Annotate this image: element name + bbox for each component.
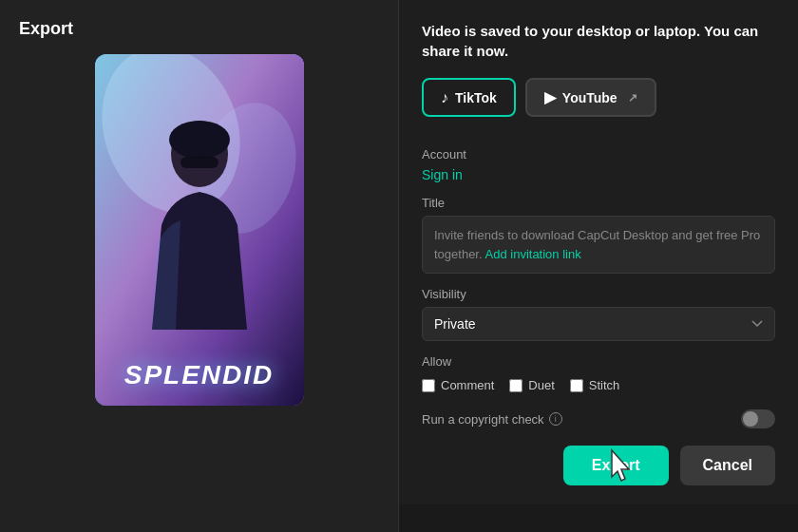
title-box: Invite friends to download CapCut Deskto…	[422, 216, 775, 274]
video-preview-inner: SPLENDID	[95, 54, 304, 406]
save-notice: Video is saved to your desktop or laptop…	[422, 21, 775, 61]
cursor-pointer	[608, 448, 636, 483]
duet-checkbox-item[interactable]: Duet	[509, 378, 554, 392]
action-row: Export Cancel	[422, 446, 775, 485]
copyright-label: Run a copyright check i	[422, 412, 562, 427]
stitch-checkbox-item[interactable]: Stitch	[570, 378, 620, 392]
copyright-toggle[interactable]	[741, 409, 775, 428]
duet-label: Duet	[528, 378, 554, 392]
title-label: Title	[422, 196, 775, 210]
comment-label: Comment	[441, 378, 494, 392]
cancel-button[interactable]: Cancel	[680, 446, 775, 485]
tiktok-label: TikTok	[455, 90, 497, 105]
youtube-icon: ▶	[544, 88, 556, 106]
left-panel: Export	[0, 0, 399, 532]
invite-link[interactable]: Add invitation link	[485, 247, 581, 261]
allow-label: Allow	[422, 354, 775, 369]
export-title: Export	[19, 19, 379, 39]
visibility-select[interactable]: Public Private Unlisted	[422, 307, 775, 341]
stitch-label: Stitch	[589, 378, 620, 392]
platform-tabs: ♪ TikTok ▶ YouTube ↗	[422, 78, 775, 117]
allow-row: Comment Duet Stitch	[422, 378, 775, 392]
right-panel: Video is saved to your desktop or laptop…	[399, 0, 798, 504]
youtube-tab[interactable]: ▶ YouTube ↗	[525, 78, 656, 117]
copyright-row: Run a copyright check i	[422, 409, 775, 428]
account-label: Account	[422, 147, 775, 162]
svg-marker-6	[612, 450, 629, 481]
comment-checkbox-item[interactable]: Comment	[422, 378, 494, 392]
svg-point-4	[169, 121, 230, 159]
stitch-checkbox[interactable]	[570, 379, 583, 392]
video-preview: SPLENDID	[95, 54, 304, 406]
tiktok-icon: ♪	[441, 89, 448, 106]
svg-rect-5	[180, 157, 218, 168]
duet-checkbox[interactable]	[509, 379, 522, 392]
external-link-icon: ↗	[628, 91, 637, 104]
comment-checkbox[interactable]	[422, 379, 435, 392]
video-label: SPLENDID	[109, 345, 290, 406]
visibility-label: Visibility	[422, 287, 775, 301]
sign-in-link[interactable]: Sign in	[422, 167, 775, 182]
tiktok-tab[interactable]: ♪ TikTok	[422, 78, 516, 117]
youtube-label: YouTube	[562, 90, 618, 105]
title-placeholder: Invite friends to download CapCut Deskto…	[434, 228, 760, 261]
info-icon: i	[549, 412, 562, 426]
copyright-text: Run a copyright check	[422, 412, 544, 427]
